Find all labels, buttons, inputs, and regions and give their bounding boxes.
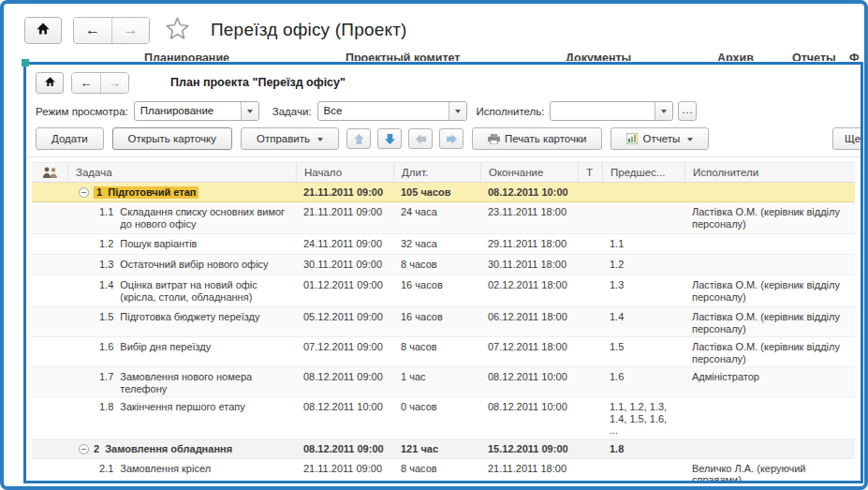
task-cell: 1.5Підготовка бюджету переїзду	[67, 307, 296, 336]
task-cell: 2.1Замовлення крісел	[67, 459, 296, 484]
duration-cell: 121 час	[393, 439, 480, 458]
task-number: 1.2	[99, 238, 113, 250]
duration-cell: 32 часа	[393, 234, 480, 254]
forward-icon: →	[109, 76, 121, 90]
reports-button[interactable]: Отчеты	[611, 127, 709, 150]
forward-button[interactable]: →	[111, 18, 149, 43]
predecessors-cell	[602, 459, 684, 484]
move-left-button[interactable]	[408, 128, 433, 149]
finish-cell: 08.12.2011 10:00	[480, 183, 578, 201]
executors-cell: Ластівка О.М. (керівник відділу персонал…	[684, 275, 855, 306]
collapse-icon[interactable]	[79, 187, 89, 198]
home-button-inner[interactable]	[36, 72, 64, 94]
column-header-predecessors[interactable]: Предшес...	[602, 163, 684, 182]
start-cell: 01.12.2011 09:00	[296, 275, 393, 306]
task-number: 1.1	[99, 206, 113, 218]
menu-fragment: Документы	[566, 52, 631, 61]
column-header-task[interactable]: Задача	[67, 163, 296, 182]
duration-cell: 24 часа	[393, 202, 480, 233]
table-row[interactable]: 1.8Закінчення першого етапу08.12.2011 10…	[32, 397, 855, 439]
table-row[interactable]: 2 Замовлення обладнання08.12.2011 09:001…	[32, 439, 855, 459]
move-down-button[interactable]	[377, 128, 402, 149]
t-cell	[578, 439, 602, 458]
menu-fragment: Отчеты	[792, 52, 836, 61]
back-icon: ←	[81, 76, 93, 90]
print-card-button[interactable]: Печать карточки	[472, 127, 602, 150]
executor-select[interactable]	[550, 101, 673, 121]
home-icon	[44, 74, 56, 91]
star-icon	[165, 16, 190, 44]
forward-icon: →	[124, 22, 139, 38]
finish-cell: 08.12.2011 10:00	[480, 367, 578, 396]
task-label: Остаточний вибір нового офісу	[120, 259, 268, 271]
row-icon-cell	[32, 255, 67, 275]
task-cell: 1 Підготовчий етап	[67, 183, 296, 201]
t-cell	[578, 275, 602, 306]
finish-cell: 02.12.2011 18:00	[480, 275, 578, 306]
add-button[interactable]: Додати	[36, 127, 104, 150]
column-header-finish[interactable]: Окончание	[480, 163, 578, 182]
favorite-button[interactable]	[165, 16, 190, 44]
back-button[interactable]: ←	[72, 73, 100, 93]
task-label: Замовлення крісел	[120, 463, 211, 475]
table-body: 1 Підготовчий етап21.11.2011 09:00105 ча…	[32, 183, 855, 483]
duration-cell: 1 час	[393, 367, 480, 396]
column-header-start[interactable]: Начало	[296, 163, 393, 182]
executor-value	[551, 102, 655, 120]
t-cell	[578, 397, 602, 438]
outer-window-title: Переїзд офісу (Проект)	[211, 20, 407, 40]
table-row[interactable]: 1.5Підготовка бюджету переїзду05.12.2011…	[32, 307, 855, 337]
view-mode-select[interactable]: Планирование	[134, 101, 259, 121]
column-header-t[interactable]: Т	[578, 163, 602, 182]
task-cell: 1.3Остаточний вибір нового офісу	[67, 255, 296, 275]
task-label: Закінчення першого етапу	[120, 401, 244, 413]
executor-choose-button[interactable]: ...	[678, 101, 697, 121]
chevron-down-icon[interactable]	[655, 102, 672, 120]
start-cell: 30.11.2011 09:00	[296, 255, 393, 275]
column-header-duration[interactable]: Длит.	[393, 163, 480, 182]
table-row[interactable]: 1.2Пошук варіантів24.11.2011 09:0032 час…	[32, 234, 855, 255]
chevron-down-icon[interactable]	[449, 102, 466, 120]
task-cell: 2 Замовлення обладнання	[67, 439, 296, 458]
menu-fragment: Проектный комитет	[346, 52, 461, 61]
row-icon-cell	[32, 459, 67, 484]
table-row[interactable]: 1.6Вибір дня переїзду07.12.2011 09:008 ч…	[32, 337, 855, 367]
task-number: 1.8	[99, 401, 113, 413]
duration-cell: 105 часов	[393, 183, 480, 201]
duration-cell: 0 часов	[393, 397, 480, 438]
printer-icon	[488, 134, 500, 144]
table-row[interactable]: 1.7Замовлення нового номера телефону08.1…	[32, 367, 855, 397]
window-resize-handle[interactable]	[22, 59, 29, 67]
back-button[interactable]: ←	[74, 18, 111, 43]
start-cell: 08.12.2011 10:00	[296, 397, 393, 438]
table-row[interactable]: 1.1Складання списку основних вимог до но…	[32, 202, 855, 234]
arrow-up-icon	[353, 133, 365, 145]
finish-cell: 15.12.2011 09:00	[480, 439, 578, 458]
send-button[interactable]: Отправить	[241, 127, 339, 150]
predecessors-cell: 1.6	[602, 367, 684, 396]
move-right-button[interactable]	[439, 128, 463, 149]
open-card-button[interactable]: Открыть карточку	[112, 127, 232, 150]
home-button[interactable]	[24, 17, 62, 44]
background-menu-strip: Планирование Проектный комитет Документы…	[4, 52, 859, 61]
predecessors-cell: 1.2	[602, 255, 684, 275]
chevron-down-icon	[687, 138, 693, 144]
collapse-icon[interactable]	[79, 444, 89, 454]
table-row[interactable]: 1.4Оцінка витрат на новий офіс (крісла, …	[32, 275, 855, 307]
table-row[interactable]: 1 Підготовчий етап21.11.2011 09:00105 ча…	[32, 183, 855, 202]
row-icon-cell	[32, 202, 67, 233]
t-cell	[578, 202, 602, 233]
task-number: 1.5	[99, 311, 113, 323]
forward-button[interactable]: →	[100, 73, 128, 93]
table-row[interactable]: 2.1Замовлення крісел21.11.2011 09:008 ча…	[32, 459, 855, 484]
move-buttons	[346, 128, 463, 149]
chevron-down-icon[interactable]	[241, 102, 258, 120]
executors-cell: Величко Л.А. (керуючий справами)	[684, 459, 855, 484]
executors-column-icon-cell[interactable]	[32, 163, 67, 182]
table-row[interactable]: 1.3Остаточний вибір нового офісу30.11.20…	[32, 255, 855, 275]
view-mode-value: Планирование	[135, 102, 241, 120]
column-header-executors[interactable]: Исполнители	[684, 163, 855, 182]
move-up-button[interactable]	[346, 128, 371, 149]
tasks-select[interactable]: Все	[317, 101, 467, 121]
more-button[interactable]: Ще	[832, 127, 863, 150]
